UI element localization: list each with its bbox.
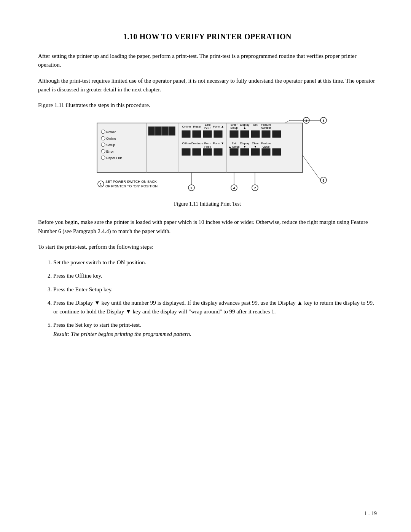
svg-rect-25 bbox=[214, 131, 222, 137]
svg-text:2: 2 bbox=[190, 186, 192, 190]
svg-text:Reset: Reset bbox=[193, 125, 202, 128]
svg-line-81 bbox=[303, 155, 320, 180]
svg-point-6 bbox=[101, 143, 105, 147]
svg-rect-32 bbox=[193, 149, 201, 155]
step-5-result: Result: The printer begins printing the … bbox=[53, 331, 191, 337]
svg-text:Number: Number bbox=[261, 126, 271, 129]
svg-text:1: 1 bbox=[100, 182, 102, 186]
svg-rect-31 bbox=[182, 149, 190, 155]
svg-rect-56 bbox=[230, 149, 238, 155]
svg-rect-47 bbox=[272, 131, 281, 137]
step-5: Press the Set key to start the print-tes… bbox=[53, 321, 377, 339]
paragraph-3: Figure 1.11 illustrates the steps in thi… bbox=[38, 101, 377, 110]
step-3: Press the Enter Setup key. bbox=[53, 285, 377, 294]
svg-rect-44 bbox=[241, 131, 249, 137]
svg-rect-14 bbox=[162, 127, 168, 135]
svg-rect-13 bbox=[155, 127, 161, 135]
svg-rect-12 bbox=[148, 127, 155, 135]
svg-rect-23 bbox=[193, 131, 201, 137]
step-2: Press the Offline key. bbox=[53, 272, 377, 280]
svg-rect-46 bbox=[262, 131, 270, 137]
svg-text:SET POWER SWITCH ON BACK: SET POWER SWITCH ON BACK bbox=[105, 180, 157, 184]
svg-text:▼: ▼ bbox=[243, 145, 246, 149]
step-1: Set the power switch to the ON position. bbox=[53, 258, 377, 267]
svg-text:Feed: Feed bbox=[204, 126, 211, 130]
svg-rect-45 bbox=[251, 131, 260, 137]
steps-intro: To start the print-test, perform the fol… bbox=[38, 243, 377, 251]
svg-rect-15 bbox=[169, 127, 175, 135]
svg-text:Form: Form bbox=[204, 142, 212, 145]
svg-rect-57 bbox=[241, 149, 249, 155]
svg-rect-43 bbox=[230, 131, 238, 137]
svg-text:OF PRINTER TO "ON" POSITION: OF PRINTER TO "ON" POSITION bbox=[105, 184, 158, 188]
svg-rect-58 bbox=[251, 149, 260, 155]
figure-diagram: Power Online Setup Error Paper Out Onlin… bbox=[38, 117, 377, 197]
svg-text:Continue: Continue bbox=[191, 142, 204, 145]
step-4: Press the Display ▼ key until the number… bbox=[53, 299, 377, 316]
svg-point-8 bbox=[101, 149, 105, 153]
page-number: 1 - 19 bbox=[364, 511, 377, 517]
svg-text:Line: Line bbox=[205, 123, 211, 126]
svg-text:Display: Display bbox=[240, 142, 250, 145]
svg-rect-59 bbox=[262, 149, 270, 155]
steps-list: Set the power switch to the ON position.… bbox=[53, 258, 377, 339]
svg-text:7: 7 bbox=[254, 186, 256, 190]
svg-text:Power: Power bbox=[106, 130, 116, 134]
svg-point-4 bbox=[101, 136, 105, 140]
svg-text:Feed: Feed bbox=[204, 145, 211, 149]
intro-paragraph: Before you begin, make sure the printer … bbox=[38, 218, 377, 236]
svg-line-71 bbox=[285, 120, 290, 123]
svg-text:5: 5 bbox=[322, 119, 324, 123]
svg-rect-34 bbox=[214, 149, 222, 155]
svg-text:Set: Set bbox=[253, 123, 258, 126]
svg-text:Exit: Exit bbox=[232, 142, 237, 145]
svg-text:Value: Value bbox=[263, 145, 270, 149]
svg-text:4: 4 bbox=[233, 186, 235, 190]
svg-text:▲ Setup: ▲ Setup bbox=[228, 145, 239, 149]
paragraph-2: Although the print-test requires limited… bbox=[38, 77, 377, 94]
svg-text:Clear: Clear bbox=[252, 142, 259, 145]
svg-text:▼: ▼ bbox=[254, 145, 256, 149]
svg-text:Form ▼: Form ▼ bbox=[213, 142, 224, 145]
paragraph-1: After setting the printer up and loading… bbox=[38, 52, 377, 70]
svg-text:▲: ▲ bbox=[243, 126, 246, 129]
svg-text:Setup: Setup bbox=[230, 126, 238, 129]
svg-text:Feature: Feature bbox=[261, 142, 271, 145]
svg-point-2 bbox=[101, 130, 105, 134]
printer-panel-svg: Power Online Setup Error Paper Out Onlin… bbox=[74, 117, 341, 197]
svg-rect-22 bbox=[182, 131, 190, 137]
svg-point-10 bbox=[101, 156, 105, 160]
svg-text:6: 6 bbox=[322, 179, 324, 182]
svg-rect-60 bbox=[272, 149, 281, 155]
svg-text:Online: Online bbox=[106, 137, 116, 141]
svg-text:Online: Online bbox=[182, 125, 191, 128]
svg-rect-24 bbox=[203, 131, 212, 137]
section-title: 1.10 HOW TO VERIFY PRINTER OPERATION bbox=[38, 32, 377, 41]
svg-text:Setup: Setup bbox=[106, 143, 115, 147]
svg-rect-33 bbox=[203, 149, 212, 155]
svg-text:Error: Error bbox=[106, 150, 114, 153]
svg-text:Form ▲: Form ▲ bbox=[213, 125, 224, 128]
figure-caption: Figure 1.11 Initiating Print Test bbox=[38, 201, 377, 207]
svg-text:Offline: Offline bbox=[182, 142, 191, 145]
svg-text:Paper Out: Paper Out bbox=[106, 156, 122, 160]
svg-text:3: 3 bbox=[305, 119, 307, 123]
